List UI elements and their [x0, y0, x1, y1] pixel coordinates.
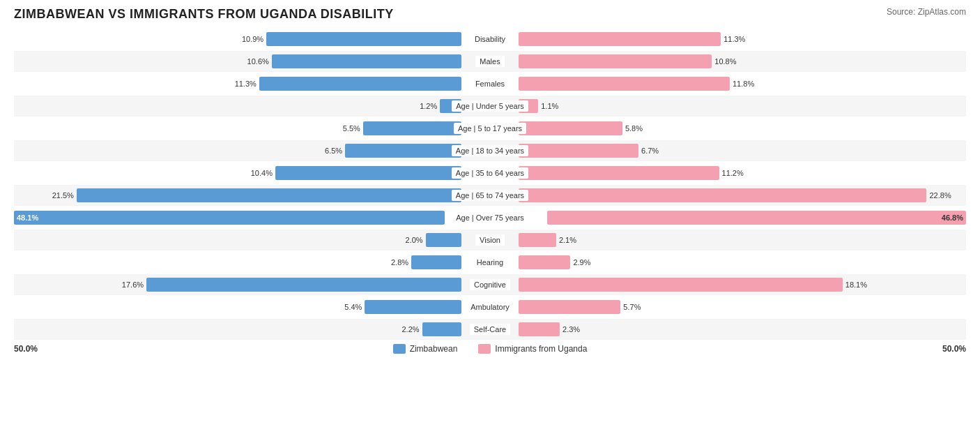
right-bar-wrap: 18.1%	[519, 274, 966, 295]
right-value: 2.1%	[559, 236, 576, 244]
left-section: 6.5%	[14, 140, 461, 161]
label-section: Vision	[461, 230, 519, 250]
left-bar-special: 48.1%	[14, 211, 445, 225]
left-value: 2.0%	[406, 236, 423, 244]
right-bar-wrap: 5.8%	[519, 118, 966, 139]
label-section: Age | 18 to 34 years	[461, 140, 519, 161]
label-section: Males	[461, 51, 519, 72]
right-value: 10.8%	[714, 57, 736, 66]
left-bar	[426, 233, 461, 247]
chart-title: ZIMBABWEAN VS IMMIGRANTS FROM UGANDA DIS…	[14, 7, 394, 22]
left-section: 2.2%	[14, 319, 461, 340]
right-bar	[519, 121, 622, 135]
right-bar-wrap: 22.8%	[519, 185, 966, 206]
right-section: 1.1%	[519, 96, 966, 117]
left-bar-wrap: 6.5%	[14, 140, 461, 161]
left-bar-wrap: 11.3%	[14, 73, 461, 94]
label-section: Ambulatory	[461, 297, 519, 317]
right-bar-wrap: 11.8%	[519, 73, 966, 94]
label-section: Age | 35 to 64 years	[461, 163, 519, 183]
right-bar	[519, 54, 712, 68]
right-bar	[519, 255, 570, 269]
right-bar-wrap: 11.2%	[519, 163, 966, 183]
left-section: 10.6%	[14, 51, 461, 72]
right-value: 5.8%	[625, 124, 643, 133]
bar-label: Disability	[470, 33, 510, 45]
left-bar	[411, 255, 461, 269]
scale-left: 50.0%	[14, 344, 38, 354]
left-bar	[422, 322, 461, 336]
left-section: 2.0%	[14, 230, 461, 250]
left-value: 2.8%	[391, 258, 408, 267]
label-section: Age | 65 to 74 years	[461, 185, 519, 206]
right-section: 2.3%	[519, 319, 966, 340]
right-bar	[519, 144, 638, 158]
left-value: 11.3%	[235, 80, 257, 88]
scale-right: 50.0%	[942, 344, 966, 354]
bar-row: 17.6% Cognitive 18.1%	[14, 274, 966, 295]
bar-row: 11.3% Females 11.8%	[14, 73, 966, 94]
bar-label: Males	[475, 56, 504, 67]
right-bar-wrap: 11.3%	[519, 29, 966, 50]
chart-inner: 17.6% Cognitive 18.1%	[14, 274, 966, 295]
right-bar	[519, 77, 730, 91]
left-section: 11.3%	[14, 73, 461, 94]
left-section: 17.6%	[14, 274, 461, 295]
legend-items: Zimbabwean Immigrants from Uganda	[393, 344, 588, 354]
left-value: 6.5%	[325, 147, 342, 155]
right-section: 22.8%	[519, 185, 966, 206]
chart-inner: 5.5% Age | 5 to 17 years 5.8%	[14, 118, 966, 139]
label-section: Age | Under 5 years	[461, 96, 519, 117]
left-bar-wrap: 10.6%	[14, 51, 461, 72]
right-value: 5.7%	[623, 303, 641, 311]
left-value: 10.9%	[242, 35, 263, 43]
left-bar-wrap: 10.9%	[14, 29, 461, 50]
right-bar	[519, 188, 927, 202]
left-value: 10.4%	[251, 169, 273, 177]
left-section: 5.5%	[14, 118, 461, 139]
bar-row: 10.9% Disability 11.3%	[14, 29, 966, 50]
left-bar-wrap: 1.2%	[14, 96, 461, 117]
legend-uganda: Immigrants from Uganda	[478, 344, 587, 354]
left-bar	[275, 166, 461, 180]
left-bar	[146, 278, 461, 292]
right-bar	[519, 32, 721, 46]
left-value-special: 48.1%	[14, 214, 38, 222]
left-section: 1.2%	[14, 96, 461, 117]
chart-inner: 5.4% Ambulatory 5.7%	[14, 297, 966, 317]
right-bar	[519, 300, 620, 314]
right-bar-wrap: 2.9%	[519, 252, 966, 273]
left-value: 2.2%	[401, 325, 419, 334]
right-value: 11.3%	[723, 35, 745, 43]
chart-container: 10.9% Disability 11.3%	[14, 29, 966, 340]
left-bar-wrap: 2.2%	[14, 319, 461, 340]
right-section: 11.2%	[519, 163, 966, 183]
chart-inner: 11.3% Females 11.8%	[14, 73, 966, 94]
left-value: 21.5%	[52, 191, 74, 200]
label-section: Self-Care	[461, 319, 519, 340]
chart-inner: 10.9% Disability 11.3%	[14, 29, 966, 50]
bar-row: 2.0% Vision 2.1%	[14, 230, 966, 250]
right-bar-wrap: 10.8%	[519, 51, 966, 72]
bar-label: Age | 65 to 74 years	[452, 190, 528, 201]
legend-zimbabwean: Zimbabwean	[393, 344, 458, 354]
bar-row: 1.2% Age | Under 5 years 1.1%	[14, 96, 966, 117]
left-bar-wrap: 21.5%	[14, 185, 461, 206]
chart-inner: 10.6% Males 10.8%	[14, 51, 966, 72]
bar-label: Ambulatory	[466, 301, 514, 313]
source-text: Source: ZipAtlas.com	[887, 7, 966, 17]
right-value: 22.8%	[929, 191, 951, 200]
right-section: 2.1%	[519, 230, 966, 250]
bar-label: Cognitive	[470, 279, 510, 290]
right-value: 6.7%	[641, 147, 659, 155]
left-bar-wrap: 2.8%	[14, 252, 461, 273]
left-section: 10.4%	[14, 163, 461, 183]
right-value-special: 46.8%	[942, 214, 966, 222]
chart-inner: 2.8% Hearing 2.9%	[14, 252, 966, 273]
legend-wrapper: 50.0% Zimbabwean Immigrants from Uganda …	[14, 344, 966, 354]
bar-row: 5.5% Age | 5 to 17 years 5.8%	[14, 118, 966, 139]
left-value: 1.2%	[420, 102, 437, 110]
right-section: 11.3%	[519, 29, 966, 50]
right-bar	[519, 166, 719, 180]
left-bar-wrap: 5.5%	[14, 118, 461, 139]
